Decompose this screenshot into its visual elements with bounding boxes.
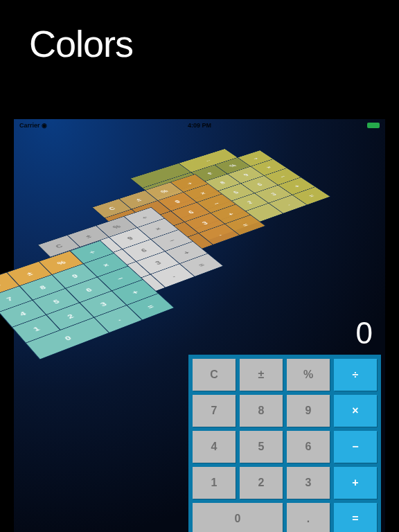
digit-1-button[interactable]: 1 [193, 467, 236, 499]
divide-button[interactable]: ÷ [334, 359, 377, 391]
add-button[interactable]: + [334, 467, 377, 499]
digit-3-button[interactable]: 3 [287, 467, 330, 499]
plus-minus-button[interactable]: ± [240, 359, 283, 391]
digit-4-button[interactable]: 4 [193, 431, 236, 463]
app-screenshot: Carrier ◉ 4:09 PM ← C±%÷ 789× 456− 123+ … [14, 119, 385, 532]
digit-8-button[interactable]: 8 [240, 395, 283, 427]
subtract-button[interactable]: − [334, 431, 377, 463]
main-calculator: C ± % ÷ 7 8 9 × 4 5 6 − 1 2 3 + 0 . = [188, 355, 381, 532]
clear-button[interactable]: C [193, 359, 236, 391]
decimal-button[interactable]: . [287, 503, 330, 532]
multiply-button[interactable]: × [334, 395, 377, 427]
digit-5-button[interactable]: 5 [240, 431, 283, 463]
digit-9-button[interactable]: 9 [287, 395, 330, 427]
percent-button[interactable]: % [287, 359, 330, 391]
calc-display: 0 [188, 316, 381, 351]
digit-6-button[interactable]: 6 [287, 431, 330, 463]
digit-2-button[interactable]: 2 [240, 467, 283, 499]
digit-0-button[interactable]: 0 [193, 503, 283, 532]
digit-7-button[interactable]: 7 [193, 395, 236, 427]
equals-button[interactable]: = [334, 503, 377, 532]
page-title: Colors [29, 22, 133, 65]
